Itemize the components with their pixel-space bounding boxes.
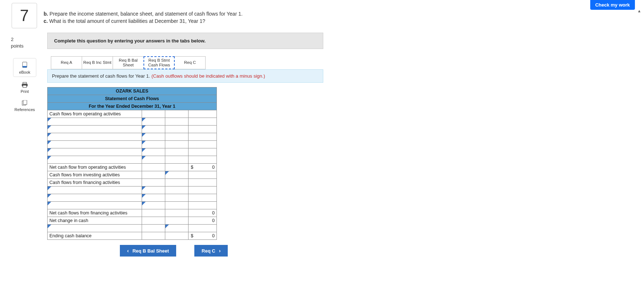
print-icon xyxy=(13,81,36,89)
tab-bar: Req A Req B Inc Stmt Req B Bal Sheet Req… xyxy=(47,56,323,69)
table-row: Cash flows from operating activities xyxy=(48,110,217,118)
input-cell[interactable] xyxy=(165,225,189,232)
question-text: b. Prepare the income statement, balance… xyxy=(44,10,243,25)
nav-buttons: ‹ Req B Bal Sheet Req C › xyxy=(47,245,323,257)
table-row: Net cash flows from financing activities… xyxy=(48,209,217,217)
input-cell[interactable] xyxy=(142,126,165,133)
value-cell: 0 xyxy=(196,232,217,240)
input-cell[interactable] xyxy=(142,156,165,164)
tab-req-c[interactable]: Req C xyxy=(174,56,206,69)
table-row[interactable] xyxy=(48,225,217,232)
scroll-up-arrow[interactable]: ▲ xyxy=(637,9,642,14)
value-cell: 0 xyxy=(196,217,217,225)
table-row[interactable] xyxy=(48,141,217,148)
dropdown-cell[interactable] xyxy=(48,156,142,164)
row-label: Net cash flow from operating activities xyxy=(48,164,142,171)
dropdown-cell[interactable] xyxy=(48,202,142,209)
table-row: Cash flows from investing activities xyxy=(48,171,217,179)
dropdown-cell[interactable] xyxy=(48,225,142,232)
table-row[interactable] xyxy=(48,148,217,156)
row-label: Cash flows from investing activities xyxy=(48,171,142,179)
tab-req-a[interactable]: Req A xyxy=(51,56,82,69)
table-row[interactable] xyxy=(48,186,217,194)
input-cell[interactable] xyxy=(142,202,165,209)
input-cell[interactable] xyxy=(142,118,165,126)
input-cell[interactable] xyxy=(142,186,165,194)
panel-instruction: Complete this question by entering your … xyxy=(47,33,323,49)
input-cell[interactable] xyxy=(142,148,165,156)
table-row[interactable] xyxy=(48,156,217,164)
tab-req-b-inc[interactable]: Req B Inc Stmt xyxy=(82,56,113,69)
side-toolbar: eBook Print References xyxy=(13,58,36,113)
currency-cell: $ xyxy=(189,232,196,240)
dropdown-cell[interactable] xyxy=(48,126,142,133)
row-label: Ending cash balance xyxy=(48,232,142,240)
answer-panel: Complete this question by entering your … xyxy=(47,33,323,257)
tab-instruction: Prepare the statement of cash flows for … xyxy=(47,69,323,83)
ebook-icon xyxy=(13,61,36,69)
dropdown-cell[interactable] xyxy=(48,133,142,141)
check-work-button[interactable]: Check my work xyxy=(590,0,635,10)
dropdown-cell[interactable] xyxy=(48,148,142,156)
input-cell[interactable] xyxy=(142,194,165,202)
tab-req-b-bal[interactable]: Req B Bal Sheet xyxy=(113,56,144,69)
table-row: Cash flows from financing activities xyxy=(48,179,217,186)
dropdown-cell[interactable] xyxy=(48,118,142,126)
ebook-button[interactable]: eBook xyxy=(13,58,36,77)
row-label: Cash flows from financing activities xyxy=(48,179,142,186)
input-cell[interactable] xyxy=(142,141,165,148)
svg-rect-6 xyxy=(23,100,27,104)
table-row: Net change in cash 0 xyxy=(48,217,217,225)
input-cell[interactable] xyxy=(142,133,165,141)
svg-rect-4 xyxy=(23,85,27,87)
stmt-title: Statement of Cash Flows xyxy=(48,95,217,103)
dropdown-cell[interactable] xyxy=(48,186,142,194)
references-button[interactable]: References xyxy=(13,97,36,113)
currency-cell: $ xyxy=(189,164,196,171)
cash-flow-table: OZARK SALES Statement of Cash Flows For … xyxy=(47,87,217,240)
print-button[interactable]: Print xyxy=(13,79,36,95)
chevron-right-icon: › xyxy=(219,248,221,254)
stmt-period: For the Year Ended December 31, Year 1 xyxy=(48,103,217,110)
row-label: Net cash flows from financing activities xyxy=(48,209,142,217)
table-row: Ending cash balance $ 0 xyxy=(48,232,217,240)
points-block: 2 points xyxy=(11,36,24,49)
chevron-left-icon: ‹ xyxy=(127,248,129,254)
dropdown-cell[interactable] xyxy=(48,141,142,148)
question-number: 7 xyxy=(12,3,37,28)
table-row[interactable] xyxy=(48,194,217,202)
prev-tab-button[interactable]: ‹ Req B Bal Sheet xyxy=(120,245,176,257)
references-icon xyxy=(13,99,36,107)
tab-req-b-cf[interactable]: Req B Stmt Cash Flows xyxy=(143,56,175,69)
table-row[interactable] xyxy=(48,118,217,126)
svg-rect-1 xyxy=(23,66,27,67)
next-tab-button[interactable]: Req C › xyxy=(194,245,228,257)
row-label: Cash flows from operating activities xyxy=(48,110,142,118)
table-row[interactable] xyxy=(48,126,217,133)
value-cell: 0 xyxy=(196,164,217,171)
table-row[interactable] xyxy=(48,202,217,209)
row-label: Net change in cash xyxy=(48,217,142,225)
input-cell[interactable] xyxy=(165,171,189,179)
table-row[interactable] xyxy=(48,133,217,141)
stmt-company: OZARK SALES xyxy=(48,87,217,95)
dropdown-cell[interactable] xyxy=(48,194,142,202)
table-row: Net cash flow from operating activities … xyxy=(48,164,217,171)
svg-rect-2 xyxy=(23,82,27,84)
value-cell: 0 xyxy=(196,209,217,217)
